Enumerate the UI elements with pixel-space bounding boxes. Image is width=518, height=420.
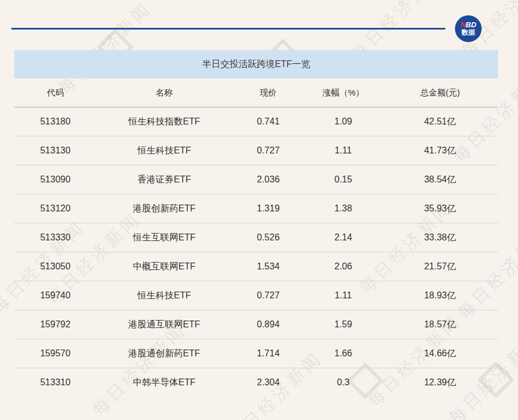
table-row: 159740恒生科技ETF0.7271.1118.93亿	[14, 281, 498, 310]
table-cell: 159740	[14, 290, 97, 301]
table-cell: 中概互联网ETF	[97, 261, 232, 273]
column-header: 总金额(元)	[382, 88, 498, 98]
table-cell: 42.51亿	[382, 116, 498, 128]
column-header: 代码	[14, 88, 97, 98]
table-cell: 港股创新药ETF	[97, 203, 232, 215]
table-cell: 恒生科技ETF	[97, 145, 232, 157]
table-cell: 513180	[14, 117, 97, 127]
table-cell: 1.11	[304, 290, 382, 301]
table-cell: 513130	[14, 145, 97, 156]
table-row: 513090香港证券ETF2.0360.1538.54亿	[14, 165, 498, 194]
etf-table: 半日交投活跃跨境ETF一览 代码名称现价涨幅（%）总金额(元) 513180恒生…	[14, 50, 498, 397]
table-cell: 0.727	[232, 290, 304, 301]
table-cell: 513330	[14, 232, 97, 243]
table-row: 513180恒生科技指数ETF0.7411.0942.51亿	[14, 107, 498, 136]
table-cell: 0.727	[232, 145, 304, 156]
table-cell: 14.66亿	[382, 348, 498, 360]
table-cell: 1.319	[232, 203, 304, 214]
table-cell: 香港证券ETF	[97, 174, 232, 186]
table-header-row: 代码名称现价涨幅（%）总金额(元)	[14, 78, 498, 107]
table-cell: 513090	[14, 174, 97, 185]
table-cell: 1.534	[232, 261, 304, 272]
table-cell: 2.036	[232, 174, 304, 185]
table-cell: 41.73亿	[382, 145, 498, 157]
table-row: 159792港股通互联网ETF0.8941.5918.57亿	[14, 310, 498, 339]
logo-nbd-text: NBD	[460, 21, 476, 29]
table-cell: 0.526	[232, 232, 304, 243]
table-row: 513310中韩半导体ETF2.3040.312.39亿	[14, 368, 498, 397]
table-cell: 513310	[14, 377, 97, 388]
table-cell: 2.304	[232, 377, 304, 388]
column-header: 现价	[232, 88, 304, 98]
table-cell: 513050	[14, 261, 97, 272]
table-cell: 18.57亿	[382, 319, 498, 331]
table-cell: 1.11	[304, 145, 382, 156]
logo-subtitle: 数据	[462, 29, 475, 36]
table-cell: 0.3	[304, 377, 382, 388]
table-cell: 1.714	[232, 348, 304, 359]
table-row: 513330恒生互联网ETF0.5262.1433.38亿	[14, 223, 498, 252]
table-cell: 恒生互联网ETF	[97, 232, 232, 244]
table-row: 513050中概互联网ETF1.5342.0621.57亿	[14, 252, 498, 281]
column-header: 涨幅（%）	[304, 88, 382, 98]
table-cell: 18.93亿	[382, 290, 498, 302]
table-cell: 35.93亿	[382, 203, 498, 215]
table-cell: 港股通互联网ETF	[97, 319, 232, 331]
table-cell: 2.06	[304, 261, 382, 272]
table-cell: 0.15	[304, 174, 382, 185]
nbd-data-logo-icon: NBD 数据	[455, 15, 482, 42]
column-header: 名称	[97, 88, 232, 98]
table-cell: 513120	[14, 203, 97, 214]
table-cell: 33.38亿	[382, 232, 498, 244]
table-cell: 159570	[14, 348, 97, 359]
table-body: 513180恒生科技指数ETF0.7411.0942.51亿513130恒生科技…	[14, 107, 498, 397]
brand-rule-line	[11, 28, 445, 30]
table-cell: 1.59	[304, 319, 382, 330]
table-cell: 0.894	[232, 319, 304, 330]
table-cell: 中韩半导体ETF	[97, 377, 232, 389]
table-cell: 恒生科技ETF	[97, 290, 232, 302]
table-row: 513130恒生科技ETF0.7271.1141.73亿	[14, 136, 498, 165]
table-cell: 恒生科技指数ETF	[97, 116, 232, 128]
table-cell: 38.54亿	[382, 174, 498, 186]
table-cell: 0.741	[232, 117, 304, 127]
table-cell: 1.38	[304, 203, 382, 214]
table-cell: 港股通创新药ETF	[97, 348, 232, 360]
table-cell: 1.09	[304, 117, 382, 127]
table-cell: 1.66	[304, 348, 382, 359]
table-cell: 12.39亿	[382, 377, 498, 389]
table-row: 159570港股通创新药ETF1.7141.6614.66亿	[14, 339, 498, 368]
table-row: 513120港股创新药ETF1.3191.3835.93亿	[14, 194, 498, 223]
table-cell: 21.57亿	[382, 261, 498, 273]
table-title-bar: 半日交投活跃跨境ETF一览	[14, 50, 498, 78]
table-cell: 2.14	[304, 232, 382, 243]
table-cell: 159792	[14, 319, 97, 330]
